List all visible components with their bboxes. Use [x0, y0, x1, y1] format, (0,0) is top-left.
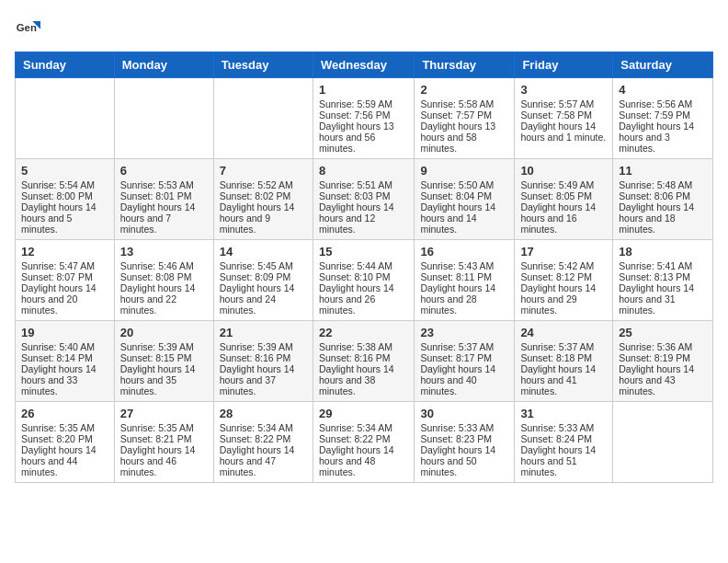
sunset-text: Sunset: 8:06 PM — [619, 190, 707, 201]
day-number: 29 — [319, 407, 408, 420]
day-number: 6 — [120, 164, 208, 178]
daylight-text: Daylight hours 14 hours and 47 minutes. — [220, 444, 307, 477]
calendar-cell: 8Sunrise: 5:51 AMSunset: 8:03 PMDaylight… — [313, 159, 414, 240]
sunrise-text: Sunrise: 5:56 AM — [619, 98, 707, 109]
sunset-text: Sunset: 8:23 PM — [420, 433, 508, 444]
sunset-text: Sunset: 8:16 PM — [319, 352, 408, 363]
sunset-text: Sunset: 8:05 PM — [520, 190, 607, 201]
sunrise-text: Sunrise: 5:40 AM — [21, 341, 108, 352]
sunset-text: Sunset: 7:56 PM — [319, 109, 408, 121]
sunset-text: Sunset: 8:10 PM — [319, 271, 408, 282]
day-header-saturday: Saturday — [613, 52, 713, 78]
daylight-text: Daylight hours 14 hours and 31 minutes. — [619, 282, 707, 316]
sunrise-text: Sunrise: 5:35 AM — [21, 422, 108, 433]
sunset-text: Sunset: 8:03 PM — [319, 190, 408, 201]
day-number: 17 — [520, 245, 607, 259]
calendar-week-4: 19Sunrise: 5:40 AMSunset: 8:14 PMDayligh… — [16, 321, 713, 402]
sunrise-text: Sunrise: 5:39 AM — [120, 341, 208, 352]
day-number: 30 — [420, 407, 508, 420]
sunset-text: Sunset: 8:00 PM — [21, 190, 108, 201]
svg-text:Gen: Gen — [17, 22, 37, 33]
calendar-cell: 12Sunrise: 5:47 AMSunset: 8:07 PMDayligh… — [16, 240, 115, 321]
day-number: 5 — [21, 164, 108, 178]
sunrise-text: Sunrise: 5:38 AM — [319, 341, 408, 352]
daylight-text: Daylight hours 14 hours and 26 minutes. — [319, 282, 408, 316]
day-number: 20 — [120, 326, 208, 339]
calendar-cell: 26Sunrise: 5:35 AMSunset: 8:20 PMDayligh… — [16, 402, 115, 483]
day-number: 24 — [520, 326, 607, 339]
sunset-text: Sunset: 8:12 PM — [520, 271, 607, 282]
calendar-cell: 24Sunrise: 5:37 AMSunset: 8:18 PMDayligh… — [515, 321, 613, 402]
daylight-text: Daylight hours 13 hours and 56 minutes. — [319, 121, 408, 154]
calendar-cell: 5Sunrise: 5:54 AMSunset: 8:00 PMDaylight… — [16, 159, 115, 240]
daylight-text: Daylight hours 14 hours and 5 minutes. — [21, 201, 108, 235]
calendar-cell: 29Sunrise: 5:34 AMSunset: 8:22 PMDayligh… — [313, 402, 414, 483]
daylight-text: Daylight hours 14 hours and 28 minutes. — [420, 282, 508, 316]
sunset-text: Sunset: 8:20 PM — [21, 433, 108, 444]
calendar-cell: 6Sunrise: 5:53 AMSunset: 8:01 PMDaylight… — [114, 159, 213, 240]
sunset-text: Sunset: 8:02 PM — [220, 190, 307, 201]
day-number: 18 — [619, 245, 707, 259]
day-number: 22 — [319, 326, 408, 339]
sunrise-text: Sunrise: 5:47 AM — [21, 260, 108, 271]
daylight-text: Daylight hours 14 hours and 38 minutes. — [319, 363, 408, 396]
calendar-cell: 19Sunrise: 5:40 AMSunset: 8:14 PMDayligh… — [16, 321, 115, 402]
sunset-text: Sunset: 8:24 PM — [520, 433, 607, 444]
daylight-text: Daylight hours 14 hours and 50 minutes. — [420, 444, 508, 477]
sunset-text: Sunset: 8:15 PM — [120, 352, 208, 363]
day-number: 10 — [520, 164, 607, 178]
sunset-text: Sunset: 8:16 PM — [220, 352, 307, 363]
sunrise-text: Sunrise: 5:34 AM — [319, 422, 408, 433]
sunrise-text: Sunrise: 5:43 AM — [420, 260, 508, 271]
calendar-cell: 18Sunrise: 5:41 AMSunset: 8:13 PMDayligh… — [613, 240, 713, 321]
calendar-week-2: 5Sunrise: 5:54 AMSunset: 8:00 PMDaylight… — [16, 159, 713, 240]
sunset-text: Sunset: 8:08 PM — [120, 271, 208, 282]
day-header-wednesday: Wednesday — [313, 52, 414, 78]
sunset-text: Sunset: 8:22 PM — [220, 433, 307, 444]
daylight-text: Daylight hours 14 hours and 14 minutes. — [420, 201, 508, 235]
calendar-cell: 2Sunrise: 5:58 AMSunset: 7:57 PMDaylight… — [415, 78, 515, 159]
sunrise-text: Sunrise: 5:48 AM — [619, 179, 707, 190]
sunset-text: Sunset: 8:07 PM — [21, 271, 108, 282]
daylight-text: Daylight hours 14 hours and 20 minutes. — [21, 282, 108, 316]
daylight-text: Daylight hours 14 hours and 24 minutes. — [220, 282, 307, 316]
daylight-text: Daylight hours 14 hours and 12 minutes. — [319, 201, 408, 235]
day-number: 25 — [619, 326, 707, 339]
sunrise-text: Sunrise: 5:36 AM — [619, 341, 707, 352]
sunrise-text: Sunrise: 5:49 AM — [520, 179, 607, 190]
calendar-cell: 22Sunrise: 5:38 AMSunset: 8:16 PMDayligh… — [313, 321, 414, 402]
day-number: 31 — [520, 407, 607, 420]
sunrise-text: Sunrise: 5:54 AM — [21, 179, 108, 190]
sunrise-text: Sunrise: 5:44 AM — [319, 260, 408, 271]
day-number: 21 — [220, 326, 307, 339]
sunrise-text: Sunrise: 5:57 AM — [520, 98, 607, 109]
daylight-text: Daylight hours 14 hours and 3 minutes. — [619, 121, 707, 154]
daylight-text: Daylight hours 14 hours and 48 minutes. — [319, 444, 408, 477]
logo-icon: Gen — [15, 15, 40, 40]
calendar-cell: 7Sunrise: 5:52 AMSunset: 8:02 PMDaylight… — [213, 159, 313, 240]
calendar-cell: 3Sunrise: 5:57 AMSunset: 7:58 PMDaylight… — [515, 78, 613, 159]
day-number: 23 — [420, 326, 508, 339]
calendar-cell: 14Sunrise: 5:45 AMSunset: 8:09 PMDayligh… — [213, 240, 313, 321]
daylight-text: Daylight hours 14 hours and 7 minutes. — [120, 201, 208, 235]
sunset-text: Sunset: 7:57 PM — [420, 109, 508, 121]
sunset-text: Sunset: 7:59 PM — [619, 109, 707, 121]
calendar-cell — [213, 78, 313, 159]
day-header-monday: Monday — [114, 52, 213, 78]
sunset-text: Sunset: 8:18 PM — [520, 352, 607, 363]
daylight-text: Daylight hours 13 hours and 58 minutes. — [420, 121, 508, 154]
daylight-text: Daylight hours 14 hours and 1 minute. — [520, 121, 607, 143]
daylight-text: Daylight hours 14 hours and 35 minutes. — [120, 363, 208, 396]
day-number: 27 — [120, 407, 208, 420]
day-number: 26 — [21, 407, 108, 420]
sunrise-text: Sunrise: 5:46 AM — [120, 260, 208, 271]
calendar-cell: 23Sunrise: 5:37 AMSunset: 8:17 PMDayligh… — [415, 321, 515, 402]
calendar-cell: 13Sunrise: 5:46 AMSunset: 8:08 PMDayligh… — [114, 240, 213, 321]
sunset-text: Sunset: 8:19 PM — [619, 352, 707, 363]
daylight-text: Daylight hours 14 hours and 22 minutes. — [120, 282, 208, 316]
day-number: 2 — [420, 83, 508, 97]
calendar-cell: 31Sunrise: 5:33 AMSunset: 8:24 PMDayligh… — [515, 402, 613, 483]
calendar-cell: 27Sunrise: 5:35 AMSunset: 8:21 PMDayligh… — [114, 402, 213, 483]
daylight-text: Daylight hours 14 hours and 33 minutes. — [21, 363, 108, 396]
sunset-text: Sunset: 8:14 PM — [21, 352, 108, 363]
